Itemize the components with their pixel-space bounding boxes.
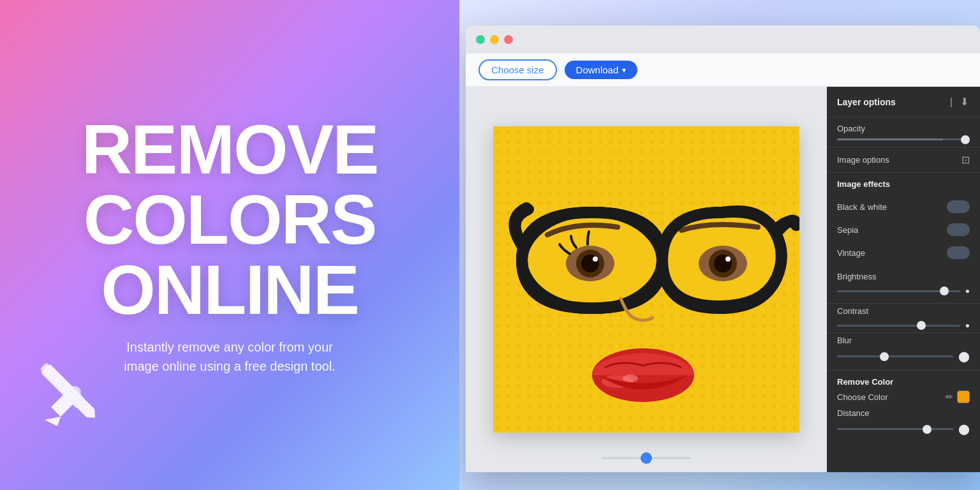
vintage-row: Vintage bbox=[827, 241, 980, 264]
layer-panel-title: Layer options bbox=[837, 97, 896, 107]
contrast-section: Contrast ● bbox=[827, 304, 980, 333]
hero-subtitle: Instantly remove any color from your ima… bbox=[108, 338, 351, 376]
layer-panel-header: Layer options | ⬇ bbox=[827, 87, 980, 117]
brightness-section: Brightness ● bbox=[827, 264, 980, 304]
sepia-label: Sepia bbox=[837, 225, 858, 235]
image-effects-title: Image effects bbox=[837, 179, 970, 189]
panel-download-icon[interactable]: ⬇ bbox=[959, 94, 970, 109]
color-row-icons: ✏ bbox=[946, 390, 970, 403]
window-dots bbox=[476, 35, 513, 44]
black-white-label: Black & white bbox=[837, 202, 887, 212]
contrast-slider[interactable] bbox=[837, 325, 960, 327]
canvas-area bbox=[466, 87, 827, 472]
svg-point-21 bbox=[623, 375, 638, 382]
canvas-artwork bbox=[493, 126, 799, 433]
vintage-toggle[interactable] bbox=[947, 246, 970, 259]
contrast-label: Contrast bbox=[837, 306, 970, 316]
blur-slider[interactable] bbox=[837, 355, 953, 357]
blur-thumb-icon: ⬤ bbox=[958, 350, 970, 362]
blur-label: Blur bbox=[837, 336, 970, 345]
app-content: Layer options | ⬇ Opacity Image options bbox=[466, 87, 980, 472]
edit-color-icon[interactable]: ✏ bbox=[946, 392, 953, 402]
remove-color-section: Remove Color Choose Color ✏ Distance bbox=[827, 371, 980, 442]
app-window: Choose size Download bbox=[466, 26, 980, 472]
opacity-slider[interactable] bbox=[837, 138, 970, 140]
contrast-max-icon: ● bbox=[965, 321, 970, 330]
distance-slider[interactable] bbox=[837, 428, 953, 430]
zoom-slider[interactable] bbox=[602, 457, 691, 459]
choose-color-label: Choose Color bbox=[837, 392, 888, 402]
toolbar: Choose size Download bbox=[466, 54, 980, 87]
panel-separator-icon[interactable]: | bbox=[949, 94, 954, 109]
image-options-section: Image options ⊡ bbox=[827, 147, 980, 173]
opacity-label: Opacity bbox=[837, 124, 970, 133]
sepia-toggle[interactable] bbox=[947, 223, 970, 236]
distance-thumb-icon: ⬤ bbox=[958, 423, 970, 435]
crop-icon[interactable]: ⊡ bbox=[961, 154, 970, 166]
vintage-label: Vintage bbox=[837, 248, 865, 258]
remove-color-title: Remove Color bbox=[837, 377, 970, 387]
choose-size-button[interactable]: Choose size bbox=[479, 59, 557, 80]
dropper-icon bbox=[38, 343, 115, 439]
svg-point-14 bbox=[593, 256, 598, 262]
layer-header-icons: | ⬇ bbox=[949, 94, 970, 109]
window-bar bbox=[466, 26, 980, 54]
canvas-image bbox=[493, 126, 799, 433]
black-white-toggle[interactable] bbox=[947, 200, 970, 213]
distance-label: Distance bbox=[837, 408, 970, 418]
brightness-label: Brightness bbox=[837, 272, 970, 281]
choose-color-row: Choose Color ✏ bbox=[837, 390, 970, 403]
opacity-slider-row bbox=[837, 138, 970, 140]
brightness-slider[interactable] bbox=[837, 290, 960, 292]
download-button[interactable]: Download bbox=[565, 61, 638, 79]
layer-panel: Layer options | ⬇ Opacity Image options bbox=[827, 87, 980, 472]
dot-yellow[interactable] bbox=[490, 35, 499, 44]
dot-green[interactable] bbox=[476, 35, 485, 44]
sepia-row: Sepia bbox=[827, 218, 980, 241]
left-panel: REMOVE COLORS ONLINE Instantly remove an… bbox=[0, 0, 459, 490]
dot-red[interactable] bbox=[504, 35, 513, 44]
right-panel: Choose size Download bbox=[459, 0, 980, 490]
image-effects-section: Image effects bbox=[827, 173, 980, 195]
color-swatch[interactable] bbox=[957, 390, 970, 403]
distance-section: Distance ⬤ bbox=[837, 408, 970, 435]
blur-section: Blur ⬤ bbox=[827, 333, 980, 371]
hero-title: REMOVE COLORS ONLINE bbox=[82, 114, 378, 325]
opacity-section: Opacity bbox=[827, 117, 980, 147]
zoom-bar bbox=[602, 457, 691, 459]
svg-point-18 bbox=[725, 256, 731, 262]
brightness-max-icon: ● bbox=[965, 286, 970, 295]
black-white-row: Black & white bbox=[827, 195, 980, 218]
image-options-label: Image options bbox=[837, 155, 889, 165]
